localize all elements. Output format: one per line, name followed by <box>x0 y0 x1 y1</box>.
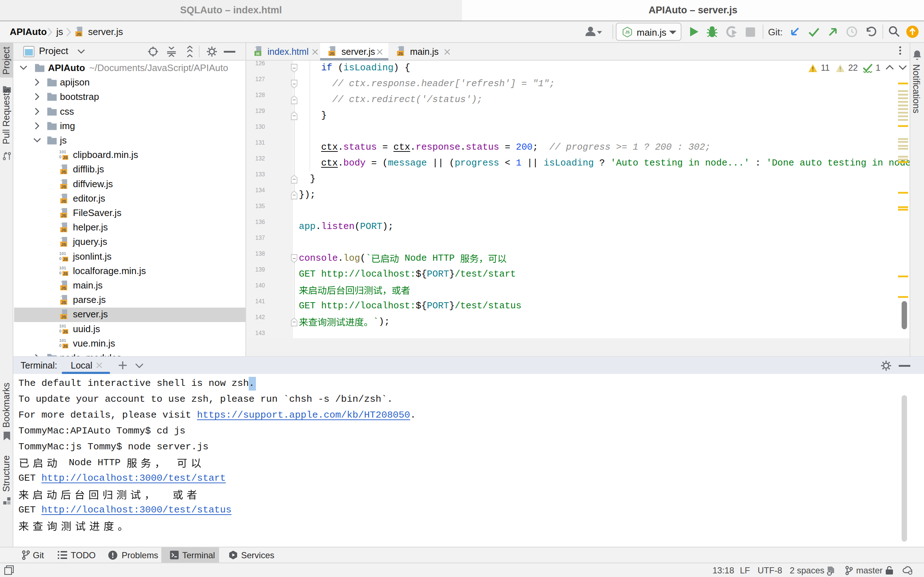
svg-text:JS: JS <box>61 170 66 174</box>
svg-text:101: 101 <box>59 266 66 270</box>
svg-text:0: 0 <box>59 155 61 159</box>
svg-text:JS: JS <box>398 52 403 56</box>
svg-text:JS: JS <box>63 330 68 334</box>
svg-text:JS: JS <box>63 344 68 348</box>
svg-text:JS: JS <box>61 300 66 305</box>
svg-text:H: H <box>256 52 259 56</box>
svg-text:JS: JS <box>61 315 66 319</box>
svg-text:JS: JS <box>329 52 334 56</box>
svg-text:JS: JS <box>61 242 66 247</box>
svg-text:101: 101 <box>59 324 66 328</box>
svg-text:JS: JS <box>625 30 630 34</box>
svg-text:0: 0 <box>59 343 61 348</box>
svg-text:JS: JS <box>63 155 68 160</box>
svg-text:JS: JS <box>61 286 66 290</box>
svg-text:0: 0 <box>59 329 61 333</box>
svg-text:JS: JS <box>76 32 81 36</box>
svg-text:101: 101 <box>59 338 66 343</box>
svg-text:101: 101 <box>59 251 66 256</box>
svg-text:JS: JS <box>63 272 68 276</box>
svg-text:0: 0 <box>59 271 61 275</box>
svg-text:101: 101 <box>59 150 66 154</box>
svg-text:JS: JS <box>61 184 66 189</box>
svg-text:JS: JS <box>61 199 66 203</box>
svg-text:0: 0 <box>59 256 61 261</box>
svg-text:JS: JS <box>61 228 66 232</box>
svg-text:JS: JS <box>61 213 66 218</box>
svg-text:JS: JS <box>63 257 68 261</box>
